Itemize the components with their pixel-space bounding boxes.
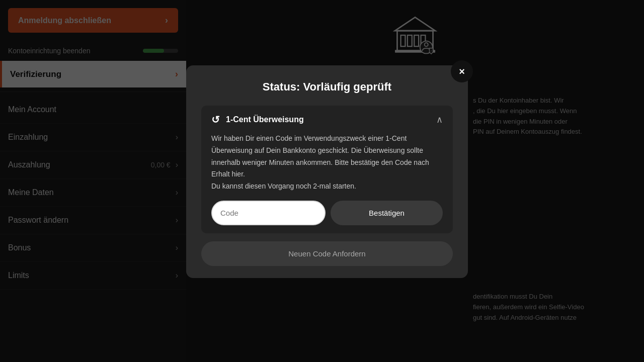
modal: × Status: Vorläufig geprüft ↺ 1-Cent Übe… <box>186 65 468 278</box>
modal-section-header[interactable]: ↺ 1-Cent Überweisung ∧ <box>211 114 443 126</box>
code-input[interactable] <box>211 201 326 225</box>
modal-section-heading: 1-Cent Überweisung <box>226 115 304 124</box>
modal-section-1cent: ↺ 1-Cent Überweisung ∧ Wir haben Dir ein… <box>201 106 453 233</box>
modal-section-body: Wir haben Dir einen Code im Verwendungsz… <box>211 133 443 193</box>
modal-inputs: Bestätigen <box>211 201 443 225</box>
neuer-code-button[interactable]: Neuen Code Anfordern <box>201 241 453 266</box>
modal-close-button[interactable]: × <box>451 60 473 82</box>
bestaetigen-button[interactable]: Bestätigen <box>331 201 443 225</box>
chevron-up-icon: ∧ <box>436 114 443 125</box>
refresh-icon: ↺ <box>211 114 220 126</box>
modal-body-text: Wir haben Dir einen Code im Verwendungsz… <box>211 134 429 190</box>
modal-section-header-left: ↺ 1-Cent Überweisung <box>211 114 304 126</box>
modal-title: Status: Vorläufig geprüft <box>201 80 453 94</box>
